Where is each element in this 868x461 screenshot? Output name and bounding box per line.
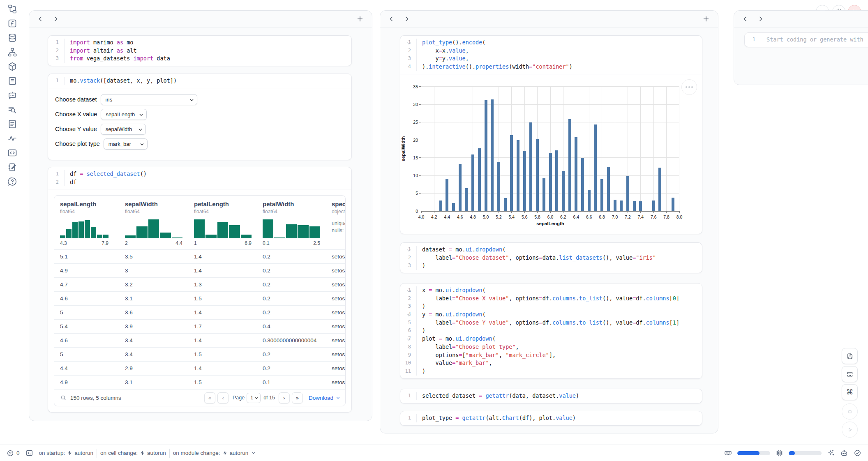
x-value-select[interactable]: sepalLength: [101, 109, 147, 120]
line-number: 1: [400, 286, 411, 295]
file-explorer-icon[interactable]: [7, 4, 18, 14]
logs-icon[interactable]: [7, 104, 18, 115]
empty-cell-placeholder[interactable]: Start coding or generate with: [761, 36, 863, 44]
plot-type-select[interactable]: mark_bar: [104, 138, 148, 150]
table-row[interactable]: 4.73.21.30.2setosa: [54, 277, 345, 291]
scratchpad-icon[interactable]: [7, 162, 18, 173]
run-icon: [847, 426, 853, 433]
cell-xy-plot-dropdowns[interactable]: 1234567891011x = mo.ui.dropdown( label="…: [400, 283, 702, 379]
ai-sparkles-icon[interactable]: [827, 449, 835, 457]
keyboard-shortcuts-button[interactable]: ⌘: [842, 384, 858, 400]
vstack-output: Choose datasetirisChoose X valuesepalLen…: [48, 88, 351, 160]
documentation-icon[interactable]: [7, 76, 18, 86]
add-cell-button[interactable]: [355, 14, 365, 24]
layout-toggle-button[interactable]: [842, 366, 858, 382]
keyboard-shortcuts-icon: ⌘: [846, 389, 853, 396]
column-prev-button[interactable]: [386, 14, 397, 24]
column-prev-button[interactable]: [740, 14, 750, 24]
terminal-button[interactable]: [25, 449, 33, 457]
packages-icon[interactable]: [7, 61, 18, 72]
table-row[interactable]: 5.43.91.70.4setosa: [54, 319, 345, 333]
code-editor[interactable]: 1234567891011x = mo.ui.dropdown( label="…: [400, 284, 702, 378]
ai-chat-icon[interactable]: [7, 90, 18, 101]
line-number: 1: [745, 36, 755, 44]
last-page-button[interactable]: »: [292, 392, 303, 403]
y-axis-title: sepalWidth: [401, 136, 406, 161]
table-row[interactable]: 53.41.50.2setosa: [54, 347, 345, 361]
table-row[interactable]: 4.63.41.40.3000000000000004setosa: [54, 333, 345, 347]
cell-plot[interactable]: 1234plot_type().encode( x=x.value, y=y.v…: [400, 35, 702, 234]
code-editor[interactable]: 123import marimo as moimport altair as a…: [48, 36, 351, 66]
help-icon[interactable]: [7, 176, 18, 187]
run-mode-3[interactable]: on module change:autorun: [173, 450, 256, 456]
line-number: 8: [400, 343, 411, 351]
column-prev-button[interactable]: [35, 14, 46, 24]
errors-indicator[interactable]: 0: [7, 449, 20, 457]
code-line: plot_type().encode(: [422, 39, 573, 47]
bot-icon[interactable]: [840, 449, 848, 457]
table-row[interactable]: 53.61.40.2setosa: [54, 305, 345, 319]
generate-with-ai-link[interactable]: generate: [820, 36, 847, 43]
column-header[interactable]: sepalLengthfloat644.37.9: [60, 201, 125, 246]
outline-icon[interactable]: [7, 119, 18, 129]
zap-icon: [67, 450, 72, 456]
column-header[interactable]: petalLengthfloat6416.9: [194, 201, 263, 246]
column-next-button[interactable]: [755, 14, 766, 24]
page-select[interactable]: 1: [247, 393, 261, 403]
tracing-icon[interactable]: [7, 133, 18, 144]
cell-dataset-dropdown[interactable]: 123dataset = mo.ui.dropdown( label="Choo…: [400, 242, 702, 273]
table-row[interactable]: 4.93.11.50.1setosa: [54, 375, 345, 389]
line-number: 5: [400, 319, 411, 327]
code-editor[interactable]: 12df = selected_dataset()df: [48, 167, 351, 189]
column-header[interactable]: sepalWidthfloat6424.4: [125, 201, 194, 246]
table-row[interactable]: 4.63.11.50.2setosa: [54, 291, 345, 305]
code-editor[interactable]: 123dataset = mo.ui.dropdown( label="Choo…: [400, 243, 702, 273]
code-editor[interactable]: 1selected_dataset = getattr(data, datase…: [400, 389, 702, 403]
datasources-icon[interactable]: [7, 32, 18, 43]
cell-imports[interactable]: 123import marimo as moimport altair as a…: [48, 35, 352, 66]
first-page-button[interactable]: «: [204, 392, 215, 403]
run-button[interactable]: [842, 422, 858, 438]
collapse-chevron-icon: [407, 313, 411, 316]
chart-bar: [594, 124, 597, 211]
cell-selected-dataset[interactable]: 1selected_dataset = getattr(data, datase…: [400, 389, 702, 403]
cell-vstack[interactable]: 1mo.vstack([dataset, x, y, plot]) Choose…: [48, 74, 352, 160]
code-editor[interactable]: 1plot_type = getattr(alt.Chart(df), plot…: [400, 411, 702, 425]
column-next-button[interactable]: [51, 14, 61, 24]
cell-empty[interactable]: 1 Start coding or generate with: [744, 32, 868, 47]
y-value-select[interactable]: sepalWidth: [101, 124, 146, 135]
error-circle-icon: [7, 449, 14, 457]
cell-plot-type[interactable]: 1plot_type = getattr(alt.Chart(df), plot…: [400, 411, 702, 426]
dependency-graph-icon[interactable]: [7, 47, 18, 58]
column-next-button[interactable]: [402, 14, 412, 24]
stop-button[interactable]: [842, 403, 858, 420]
code-editor[interactable]: 1mo.vstack([dataset, x, y, plot]): [48, 74, 351, 88]
table-row[interactable]: 5.13.51.40.2setosa: [54, 249, 345, 263]
collapse-chevron-icon: [407, 289, 411, 292]
line-number: 3: [48, 55, 59, 63]
column-header[interactable]: speciesobjectuniquenulls:: [332, 201, 345, 246]
cell-dataframe[interactable]: 12df = selected_dataset()df sepalLengthf…: [48, 167, 352, 413]
table-row[interactable]: 4.931.40.2setosa: [54, 263, 345, 277]
code-line: options=["mark_bar", "mark_circle"],: [422, 351, 679, 360]
code-line: y=y.value,: [422, 55, 573, 63]
table-row[interactable]: 4.42.91.40.2setosa: [54, 361, 345, 375]
snippets-icon[interactable]: [7, 148, 18, 158]
dataset-select[interactable]: iris: [101, 94, 197, 105]
run-mode-2[interactable]: on cell change:autorun: [100, 450, 166, 456]
connection-status-icon[interactable]: [854, 449, 861, 457]
chart-bar: [607, 167, 610, 211]
code-line: ): [422, 302, 679, 311]
run-mode-1[interactable]: on startup:autorun: [39, 450, 94, 456]
chart-menu-button[interactable]: [681, 79, 697, 95]
prev-page-button[interactable]: ‹: [217, 392, 229, 403]
column-header[interactable]: petalWidthfloat640.12.5: [263, 201, 332, 246]
functions-icon[interactable]: [7, 18, 18, 29]
code-editor[interactable]: 1234plot_type().encode( x=x.value, y=y.v…: [400, 36, 702, 74]
search-icon[interactable]: [60, 394, 67, 401]
add-cell-button[interactable]: [701, 14, 711, 24]
table-footer: 150 rows, 5 columns « ‹ Page 1 of 15 › »…: [54, 389, 345, 406]
save-button[interactable]: [842, 348, 858, 364]
next-page-button[interactable]: ›: [279, 392, 290, 403]
download-button[interactable]: Download: [309, 395, 340, 401]
